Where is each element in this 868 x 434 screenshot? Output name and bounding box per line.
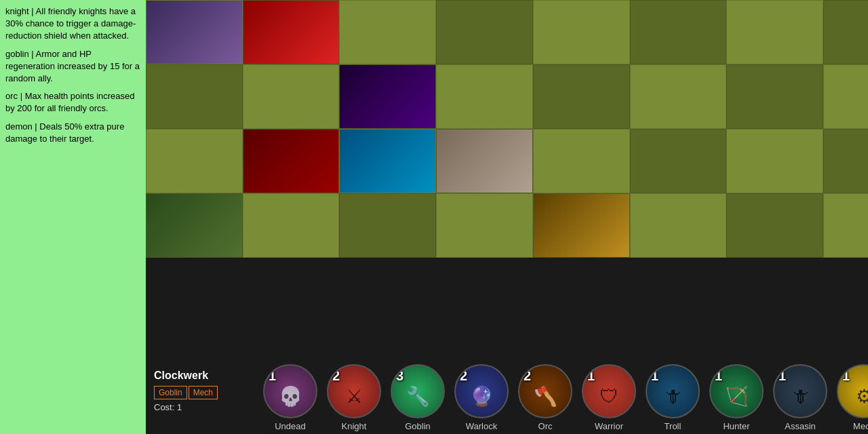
- synergy-item-warrior[interactable]: 1🛡Warrior: [578, 364, 639, 431]
- synergy-count-troll: 1: [651, 368, 658, 384]
- synergy-symbol-knight: ⚔: [346, 385, 363, 408]
- board-cell-3-2[interactable]: [339, 193, 436, 258]
- synergy-count-hunter: 1: [715, 368, 722, 384]
- synergy-label-warrior: Warrior: [595, 421, 623, 431]
- synergy-icon-warrior: 1🛡: [582, 364, 636, 418]
- board-cell-1-7[interactable]: [823, 64, 868, 129]
- hero-tag-goblin: Goblin: [154, 386, 187, 399]
- synergy-symbol-undead: 💀: [279, 385, 302, 408]
- synergy-item-warlock[interactable]: 2🔮Warlock: [451, 364, 512, 431]
- hero-portrait-lycan: [146, 194, 242, 257]
- hero-tags: GoblinMech: [154, 384, 246, 399]
- board-cell-0-6[interactable]: [726, 0, 823, 64]
- board-cell-3-3[interactable]: [436, 193, 533, 258]
- hero-cost: Cost: 1: [154, 402, 246, 412]
- synergy-icon-assassin: 1🗡: [773, 364, 827, 418]
- synergy-icon-mech: 1⚙: [837, 364, 868, 418]
- synergy-label-assassin: Assasin: [785, 421, 816, 431]
- hero-name: Clockwerk: [154, 370, 246, 382]
- synergy-symbol-assassin: 🗡: [791, 385, 810, 408]
- board-cell-2-0[interactable]: [146, 129, 243, 193]
- left-synergy-panel: knight | All friendly knights have a 30%…: [0, 0, 146, 434]
- hero-portrait-clockwerk: [534, 194, 629, 257]
- synergy-count-assassin: 1: [778, 368, 786, 384]
- board-cell-1-3[interactable]: [436, 64, 533, 129]
- synergy-list: knight | All friendly knights have a 30%…: [5, 5, 140, 145]
- board-cell-2-4[interactable]: [533, 129, 630, 193]
- synergy-count-goblin: 3: [396, 368, 403, 384]
- board-cell-1-1[interactable]: [243, 64, 340, 129]
- synergy-info-demon: demon | Deals 50% extra pure damage to t…: [5, 121, 140, 145]
- board-cell-2-5[interactable]: [630, 129, 727, 193]
- synergy-item-troll[interactable]: 1🗡Troll: [642, 364, 703, 431]
- board-cell-3-6[interactable]: [726, 193, 823, 258]
- synergy-icon-hunter: 1🏹: [709, 364, 764, 418]
- synergy-info-goblin: goblin | Armor and HP regeneration incre…: [5, 48, 140, 85]
- synergy-icon-warlock: 2🔮: [454, 364, 509, 418]
- synergy-label-undead: Undead: [275, 421, 306, 431]
- synergy-label-mech: Mech: [853, 421, 868, 431]
- synergy-bar[interactable]: 1💀Undead2⚔Knight3🔧Goblin2🔮Warlock2🪓Orc1🛡…: [254, 364, 868, 431]
- board-cell-3-7[interactable]: [823, 193, 868, 258]
- synergy-symbol-warrior: 🛡: [599, 385, 618, 408]
- synergy-item-knight[interactable]: 2⚔Knight: [323, 364, 384, 431]
- synergy-label-goblin: Goblin: [405, 421, 431, 431]
- synergy-symbol-orc: 🪓: [534, 385, 557, 408]
- board-cell-0-1[interactable]: [243, 0, 340, 64]
- board-cell-0-2[interactable]: [339, 0, 436, 64]
- board-cell-1-6[interactable]: [726, 64, 823, 129]
- synergy-label-warlock: Warlock: [466, 421, 497, 431]
- synergy-count-knight: 2: [332, 368, 340, 384]
- board-cell-1-4[interactable]: [533, 64, 630, 129]
- synergy-item-hunter[interactable]: 1🏹Hunter: [706, 364, 767, 431]
- hero-portrait-axe: [243, 1, 339, 64]
- board-cell-1-5[interactable]: [630, 64, 727, 129]
- board-cell-0-0[interactable]: [146, 0, 243, 64]
- synergy-symbol-mech: ⚙: [856, 385, 869, 408]
- board-cell-0-7[interactable]: [823, 0, 868, 64]
- board-cell-2-6[interactable]: [726, 129, 823, 193]
- synergy-count-warlock: 2: [460, 368, 467, 384]
- synergy-label-knight: Knight: [342, 421, 367, 431]
- synergy-item-undead[interactable]: 1💀Undead: [260, 364, 321, 431]
- synergy-info-knight: knight | All friendly knights have a 30%…: [5, 5, 140, 43]
- board-cell-0-5[interactable]: [630, 0, 727, 64]
- board-cell-2-3[interactable]: [436, 129, 533, 193]
- board-cell-0-4[interactable]: [533, 0, 630, 64]
- synergy-icon-troll: 1🗡: [646, 364, 700, 418]
- board-cell-3-4[interactable]: [533, 193, 630, 258]
- board-cell-3-5[interactable]: [630, 193, 727, 258]
- synergy-item-goblin[interactable]: 3🔧Goblin: [387, 364, 448, 431]
- synergy-symbol-hunter: 🏹: [725, 385, 749, 408]
- board-cell-1-0[interactable]: [146, 64, 243, 129]
- board-cell-2-7[interactable]: [823, 129, 868, 193]
- bottom-area: Clockwerk GoblinMech Cost: 1 1💀Undead2⚔K…: [146, 359, 868, 434]
- board-cell-0-3[interactable]: [436, 0, 533, 64]
- board-cell-3-0[interactable]: [146, 193, 243, 258]
- synergy-item-assassin[interactable]: 1🗡Assasin: [770, 364, 831, 431]
- synergy-label-orc: Orc: [538, 421, 553, 431]
- synergy-count-warrior: 1: [587, 368, 595, 384]
- hero-portrait-tiny: [437, 130, 532, 193]
- board-cell-2-2[interactable]: [339, 129, 436, 193]
- synergy-icon-goblin: 3🔧: [391, 364, 445, 418]
- center-area: Clockwerk GoblinMech Cost: 1 1💀Undead2⚔K…: [146, 0, 868, 434]
- synergy-icon-undead: 1💀: [263, 364, 317, 418]
- synergy-icon-orc: 2🪓: [518, 364, 572, 418]
- hero-portrait-kunkka: [340, 130, 435, 193]
- synergy-count-orc: 2: [524, 368, 531, 384]
- synergy-item-orc[interactable]: 2🪓Orc: [515, 364, 576, 431]
- synergy-count-undead: 1: [269, 368, 276, 384]
- hero-portrait-drow-ranger: [146, 1, 242, 64]
- board-cell-1-2[interactable]: [339, 64, 436, 129]
- hero-tag-mech: Mech: [189, 386, 218, 399]
- synergy-symbol-warlock: 🔮: [470, 385, 494, 408]
- synergy-item-mech[interactable]: 1⚙Mech: [833, 364, 868, 431]
- hero-portrait-shadow-fiend: [340, 65, 435, 128]
- game-board[interactable]: [146, 0, 868, 359]
- board-cell-3-1[interactable]: [243, 193, 340, 258]
- synergy-label-hunter: Hunter: [723, 421, 749, 431]
- selected-hero-info: Clockwerk GoblinMech Cost: 1: [146, 364, 254, 412]
- board-cell-2-1[interactable]: [243, 129, 340, 193]
- hero-portrait-bloodseeker: [243, 130, 339, 193]
